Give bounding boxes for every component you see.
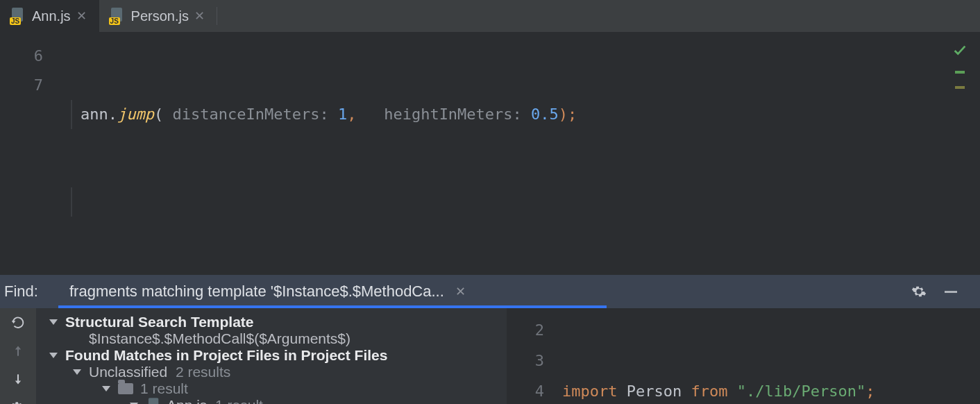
line-number: 7 xyxy=(0,71,43,100)
token-punc: ; xyxy=(865,382,875,400)
find-query-tab[interactable]: fragments matching template '$Instance$.… xyxy=(58,275,607,308)
template-text: $Instance$.$MethodCall$($Arguments$) xyxy=(69,330,350,347)
token-punc: ); xyxy=(559,106,577,123)
token-number: 1 xyxy=(338,106,347,123)
find-tool-header: Find: fragments matching template '$Inst… xyxy=(0,275,980,308)
inspection-ok-icon[interactable] xyxy=(952,43,968,58)
editor-code[interactable]: ann.jump( distanceInMeters: 1, heightInM… xyxy=(56,32,577,275)
code-line[interactable]: ann.jump( distanceInMeters: 1, heightInM… xyxy=(56,100,577,129)
tab-person[interactable]: Person.js ✕ xyxy=(99,0,217,32)
find-label: Find: xyxy=(0,283,58,301)
find-query-text: fragments matching template '$Instance$.… xyxy=(69,283,444,301)
close-icon[interactable]: ✕ xyxy=(76,8,87,24)
tab-label: Ann.js xyxy=(32,8,71,24)
token-punc: . xyxy=(108,106,117,123)
tree-row-template-heading[interactable]: Structural Search Template xyxy=(36,314,507,330)
file-name: Ann.js xyxy=(167,397,207,404)
stripe-marker[interactable] xyxy=(955,86,965,89)
rerun-icon[interactable] xyxy=(8,315,28,330)
code-line[interactable]: import Person from "./lib/Person"; xyxy=(562,376,902,404)
line-number: 6 xyxy=(0,42,43,71)
js-file-icon xyxy=(10,8,26,24)
result-count: 1 result xyxy=(215,397,263,404)
js-file-icon xyxy=(146,398,162,404)
result-count: 2 results xyxy=(176,364,230,380)
gear-icon[interactable] xyxy=(911,283,927,300)
tree-row-folder[interactable]: 1 result xyxy=(36,380,507,397)
param-hint: distanceInMeters: xyxy=(172,106,328,123)
find-results: ›› Structural Search Template $Instance$… xyxy=(0,308,980,404)
stripe-marker[interactable] xyxy=(955,71,965,74)
token-ident: Person xyxy=(627,382,682,400)
close-icon[interactable]: ✕ xyxy=(455,284,466,299)
preview-gutter: 2 3 4 5 6 7 xyxy=(507,308,555,404)
js-file-icon xyxy=(109,8,126,24)
chevron-down-icon[interactable] xyxy=(46,314,61,330)
group-name: Unclassified xyxy=(89,364,167,380)
code-line[interactable] xyxy=(56,187,577,217)
tree-row-file[interactable]: Ann.js 1 result xyxy=(36,397,507,404)
token-keyword: from xyxy=(691,382,727,400)
tab-ann[interactable]: Ann.js ✕ xyxy=(0,0,99,32)
find-preview[interactable]: 2 3 4 5 6 7 import Person from "./lib/Pe… xyxy=(507,308,980,404)
chevron-down-icon[interactable] xyxy=(46,348,61,363)
line-number: 3 xyxy=(507,346,544,376)
tab-label: Person.js xyxy=(131,8,189,24)
minimize-icon[interactable] xyxy=(943,283,959,300)
tree-row-matches-heading[interactable]: Found Matches in Project Files in Projec… xyxy=(36,347,507,364)
line-number: 2 xyxy=(507,315,544,346)
line-number: 4 xyxy=(507,376,544,404)
prev-icon[interactable] xyxy=(8,344,28,358)
token-keyword: import xyxy=(562,382,617,400)
settings-icon[interactable] xyxy=(8,400,28,404)
tree-heading: Structural Search Template xyxy=(65,314,254,330)
token-method: jump xyxy=(117,106,154,123)
token-string: "./lib/Person" xyxy=(737,382,865,400)
tree-heading: Found Matches in Project Files in Projec… xyxy=(65,347,387,364)
chevron-down-icon[interactable] xyxy=(99,381,114,396)
close-icon[interactable]: ✕ xyxy=(194,8,205,24)
param-hint: heightInMeters: xyxy=(384,106,522,123)
tree-row-group[interactable]: Unclassified 2 results xyxy=(36,364,507,380)
token-punc: , xyxy=(347,106,356,123)
find-tree[interactable]: Structural Search Template $Instance$.$M… xyxy=(36,308,507,404)
editor-error-stripe xyxy=(949,43,970,89)
preview-code[interactable]: import Person from "./lib/Person"; let a… xyxy=(555,308,902,404)
next-icon[interactable] xyxy=(8,372,28,386)
token-number: 0.5 xyxy=(531,106,559,123)
find-side-toolbar: ›› xyxy=(0,308,36,404)
folder-icon xyxy=(118,383,133,394)
token-ident: ann xyxy=(81,106,108,123)
editor-pane[interactable]: 6 7 ann.jump( distanceInMeters: 1, heigh… xyxy=(0,32,980,275)
editor-gutter: 6 7 xyxy=(0,32,56,275)
result-count: 1 result xyxy=(140,380,188,397)
chevron-down-icon[interactable] xyxy=(126,398,142,404)
editor-tabs: Ann.js ✕ Person.js ✕ xyxy=(0,0,980,32)
token-punc: ( xyxy=(154,106,163,123)
chevron-down-icon[interactable] xyxy=(69,364,85,380)
tree-row-template-text[interactable]: $Instance$.$MethodCall$($Arguments$) xyxy=(36,330,507,347)
